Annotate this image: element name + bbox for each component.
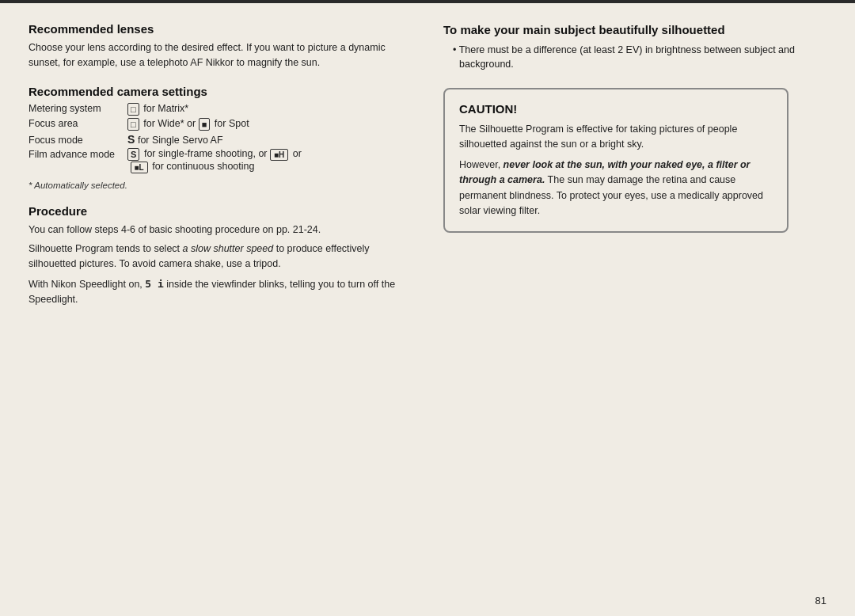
focus-mode-text: for Single Servo AF [138, 135, 223, 146]
camera-settings-table: Metering system □ for Matrix* Focus area… [28, 103, 302, 176]
focus-mode-value: S for Single Servo AF [127, 133, 302, 148]
spot-icon: ■ [199, 118, 211, 131]
ch-icon: ■H [270, 149, 288, 161]
caution-para1: The Silhouette Program is effective for … [459, 122, 773, 153]
silhouette-bullet: There must be a difference (at least 2 E… [450, 43, 826, 73]
cl-icon: ■L [131, 162, 148, 173]
footnote: * Automatically selected. [28, 181, 412, 190]
recommended-lenses-title: Recommended lenses [28, 22, 412, 36]
caution-para2: However, never look at the sun, with you… [459, 158, 773, 219]
focus-mode-label: Focus mode [28, 133, 127, 148]
recommended-camera-settings-title: Recommended camera settings [28, 85, 412, 98]
left-column: Recommended lenses Choose your lens acco… [28, 22, 420, 594]
film-advance-value: S for single-frame shooting, or ■H or ■L… [127, 148, 302, 176]
film-advance-text2: for continuous shooting [152, 161, 254, 172]
procedure-section: Procedure You can follow steps 4-6 of ba… [28, 204, 412, 307]
film-advance-or: or [293, 149, 302, 160]
caution-box: CAUTION! The Silhouette Program is effec… [443, 88, 788, 233]
film-advance-text1: for single-frame shooting, or [144, 149, 270, 160]
silhouette-section: To make your main subject beautifully si… [443, 22, 826, 72]
procedure-para3: With Nikon Speedlight on, 5 i inside the… [28, 276, 412, 307]
recommended-lenses-body: Choose your lens according to the desire… [28, 40, 412, 70]
procedure-title: Procedure [28, 204, 412, 218]
focus-mode-s-icon: S [127, 133, 135, 146]
procedure-para2: Silhouette Program tends to select a slo… [28, 241, 412, 272]
speedlight-icon: 5 i [145, 278, 163, 290]
metering-value: □ for Matrix* [127, 103, 302, 118]
focus-area-text1: for Wide* or [143, 118, 198, 129]
caution-body: The Silhouette Program is effective for … [459, 122, 773, 219]
focus-area-value: □ for Wide* or ■ for Spot [127, 118, 302, 133]
focus-area-text2: for Spot [215, 118, 249, 129]
metering-text: for Matrix* [143, 103, 188, 114]
right-column: To make your main subject beautifully si… [435, 22, 826, 594]
settings-row-metering: Metering system □ for Matrix* [28, 103, 302, 118]
wide-icon: □ [127, 118, 139, 131]
page: Recommended lenses Choose your lens acco… [0, 0, 855, 616]
recommended-lenses-section: Recommended lenses Choose your lens acco… [28, 22, 412, 70]
single-frame-icon: S [127, 148, 139, 161]
content-area: Recommended lenses Choose your lens acco… [28, 22, 826, 594]
recommended-camera-settings-section: Recommended camera settings Metering sys… [28, 85, 412, 190]
settings-row-focus-area: Focus area □ for Wide* or ■ for Spot [28, 118, 302, 133]
film-advance-label: Film advance mode [28, 148, 127, 176]
top-border [0, 0, 855, 3]
settings-row-focus-mode: Focus mode S for Single Servo AF [28, 133, 302, 148]
silhouette-title: To make your main subject beautifully si… [443, 22, 826, 38]
procedure-body: You can follow steps 4-6 of basic shooti… [28, 222, 412, 307]
procedure-para1: You can follow steps 4-6 of basic shooti… [28, 222, 412, 238]
caution-title: CAUTION! [459, 102, 773, 116]
page-number: 81 [815, 595, 826, 606]
metering-label: Metering system [28, 103, 127, 118]
settings-row-film-advance: Film advance mode S for single-frame sho… [28, 148, 302, 176]
focus-area-label: Focus area [28, 118, 127, 133]
matrix-icon: □ [127, 103, 139, 116]
